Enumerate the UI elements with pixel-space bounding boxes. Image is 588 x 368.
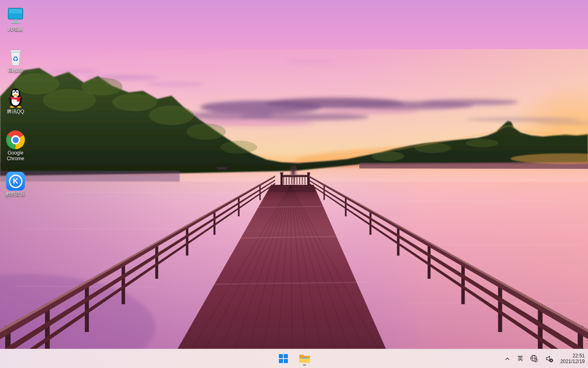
file-explorer-icon xyxy=(299,354,310,364)
taskbar: 英 22:51 xyxy=(0,349,588,368)
volume-button[interactable] xyxy=(544,354,554,364)
speaker-muted-icon xyxy=(545,355,553,363)
kugou-music-icon: K xyxy=(6,170,25,191)
computer-monitor-icon xyxy=(6,5,25,25)
desktop-icon-label: Google Chrome xyxy=(1,150,30,162)
clock-date: 2021/12/19 xyxy=(560,359,585,364)
desktop-icon-tencent-qq[interactable]: 腾讯QQ xyxy=(1,85,30,126)
desktop-icon-grid: 此电脑 ♻ 回收站 xyxy=(1,2,30,209)
desktop-icon-label: 此电脑 xyxy=(8,27,23,32)
desktop-icon-label: 酷狗音乐 xyxy=(6,192,25,197)
desktop-icon-google-chrome[interactable]: Google Chrome xyxy=(1,126,30,168)
clock[interactable]: 22:51 2021/12/19 xyxy=(560,353,585,364)
desktop-icon-kugou-music[interactable]: K 酷狗音乐 xyxy=(1,168,30,209)
desktop-icon-label: 腾讯QQ xyxy=(7,109,24,115)
file-explorer-button[interactable] xyxy=(297,351,312,366)
desktop-screen: 此电脑 ♻ 回收站 xyxy=(0,0,588,368)
windows-start-icon xyxy=(279,354,288,363)
tray-chevron-button[interactable] xyxy=(503,355,511,363)
recycle-symbol-icon: ♻ xyxy=(12,55,18,63)
qq-penguin-icon xyxy=(6,88,25,108)
kugou-logo-letter: K xyxy=(13,177,18,185)
network-button[interactable] xyxy=(529,354,539,364)
wallpaper-image xyxy=(0,0,588,349)
running-indicator xyxy=(303,364,306,366)
globe-no-internet-icon xyxy=(530,355,538,363)
ime-indicator[interactable]: 英 xyxy=(517,354,524,363)
desktop-icon-this-pc[interactable]: 此电脑 xyxy=(1,2,30,44)
taskbar-center xyxy=(276,349,312,368)
system-tray: 英 22:51 xyxy=(503,349,585,368)
desktop-icon-label: 回收站 xyxy=(8,68,23,74)
recycle-bin-icon: ♻ xyxy=(7,46,24,67)
desktop-icon-recycle-bin[interactable]: ♻ 回收站 xyxy=(1,44,30,85)
chevron-up-icon xyxy=(504,356,510,362)
clock-time: 22:51 xyxy=(572,353,585,359)
chrome-browser-icon xyxy=(6,129,25,149)
start-button[interactable] xyxy=(276,351,291,366)
